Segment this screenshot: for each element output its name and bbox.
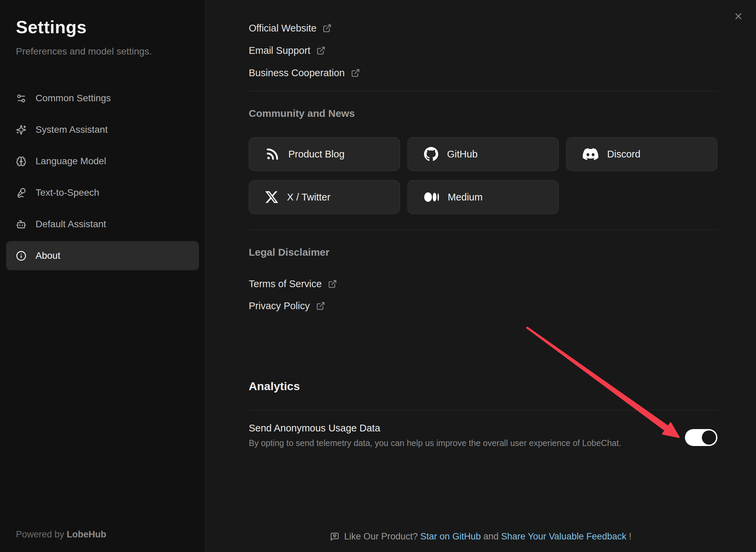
github-icon — [424, 147, 438, 161]
business-cooperation-link[interactable]: Business Cooperation — [249, 65, 717, 81]
x-twitter-button[interactable]: X / Twitter — [249, 180, 400, 214]
usage-data-setting: Send Anonymous Usage Data By opting to s… — [249, 421, 717, 449]
close-button[interactable] — [732, 9, 745, 23]
sparkles-icon — [16, 125, 26, 135]
discord-icon — [583, 147, 598, 161]
usage-data-label: Send Anonymous Usage Data — [249, 421, 717, 435]
sidebar-item-label: Language Model — [36, 156, 106, 167]
community-links-grid: Product Blog GitHub Discord — [249, 137, 717, 214]
section-divider — [249, 91, 717, 91]
sliders-icon — [16, 93, 26, 104]
terms-of-service-link[interactable]: Terms of Service — [249, 276, 717, 292]
sidebar-item-common-settings[interactable]: Common Settings — [6, 84, 199, 113]
official-website-link[interactable]: Official Website — [249, 20, 717, 36]
card-label: Medium — [448, 192, 483, 203]
link-label: Privacy Policy — [249, 300, 310, 312]
sidebar-item-language-model[interactable]: Language Model — [6, 147, 199, 176]
contact-us-heading: Contact Us — [249, 0, 717, 2]
settings-modal: Settings Preferences and model settings.… — [0, 0, 756, 552]
sidebar-item-default-assistant[interactable]: Default Assistant — [6, 210, 199, 239]
footer-text: ! — [626, 531, 631, 542]
sidebar-item-label: Default Assistant — [36, 219, 106, 230]
section-divider — [249, 229, 717, 230]
sidebar-item-system-assistant[interactable]: System Assistant — [6, 115, 199, 144]
rss-icon — [265, 147, 280, 161]
usage-data-description: By opting to send telemetry data, you ca… — [249, 437, 641, 449]
product-blog-button[interactable]: Product Blog — [249, 137, 400, 171]
link-label: Official Website — [249, 23, 316, 34]
share-feedback-link[interactable]: Share Your Valuable Feedback — [501, 531, 626, 542]
email-support-link[interactable]: Email Support — [249, 43, 717, 58]
sidebar-item-label: About — [36, 250, 60, 261]
lobehub-brand: LobeHub — [67, 529, 106, 539]
close-icon — [733, 11, 743, 21]
external-link-icon — [328, 279, 337, 289]
card-label: Discord — [607, 149, 640, 160]
sidebar-item-about[interactable]: About — [6, 241, 199, 270]
analytics-heading: Analytics — [249, 378, 717, 394]
link-label: Email Support — [249, 45, 310, 56]
info-icon — [16, 251, 26, 261]
external-link-icon — [351, 68, 360, 78]
legal-heading: Legal Disclaimer — [249, 245, 717, 259]
settings-sidebar: Settings Preferences and model settings.… — [0, 0, 205, 552]
sidebar-item-label: Common Settings — [36, 93, 111, 104]
sidebar-item-text-to-speech[interactable]: Text-to-Speech — [6, 178, 199, 207]
page-subtitle: Preferences and model settings. — [16, 46, 189, 57]
link-label: Business Cooperation — [249, 67, 345, 79]
github-button[interactable]: GitHub — [407, 137, 559, 171]
bot-icon — [16, 219, 26, 230]
card-label: GitHub — [447, 149, 477, 160]
powered-by-text: Powered by — [16, 529, 67, 539]
powered-by: Powered by LobeHub — [16, 529, 106, 540]
sidebar-item-label: Text-to-Speech — [36, 187, 99, 198]
privacy-policy-link[interactable]: Privacy Policy — [249, 298, 717, 314]
footer-text: Like Our Product? — [344, 531, 420, 542]
card-label: Product Blog — [288, 149, 344, 160]
settings-nav: Common Settings System Assistant Languag… — [16, 84, 189, 270]
medium-button[interactable]: Medium — [407, 180, 559, 214]
brain-icon — [16, 156, 26, 167]
page-title: Settings — [16, 17, 189, 37]
external-link-icon — [323, 24, 332, 33]
medium-icon — [424, 192, 439, 202]
toggle-knob — [702, 430, 716, 445]
external-link-icon — [316, 46, 326, 55]
community-heading: Community and News — [249, 106, 717, 121]
x-logo-icon — [265, 190, 278, 204]
discord-button[interactable]: Discord — [566, 137, 717, 171]
feedback-footer: Like Our Product? Star on GitHub and Sha… — [205, 531, 756, 542]
footer-text: and — [481, 531, 501, 542]
sidebar-item-label: System Assistant — [36, 124, 108, 135]
message-square-heart-icon — [330, 532, 339, 542]
mic-icon — [16, 188, 26, 198]
section-divider — [249, 410, 717, 410]
about-panel: Contact Us Official Website Email Suppor… — [205, 0, 756, 552]
link-label: Terms of Service — [249, 278, 322, 290]
usage-data-toggle[interactable] — [685, 429, 717, 446]
card-label: X / Twitter — [287, 192, 330, 203]
star-on-github-link[interactable]: Star on GitHub — [420, 531, 481, 542]
external-link-icon — [316, 301, 325, 311]
